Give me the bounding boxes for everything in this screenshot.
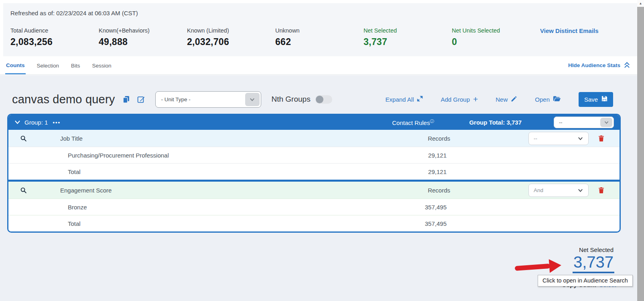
collapse-group-chevron-icon[interactable] (14, 119, 20, 126)
value-name: Bronze (8, 204, 398, 211)
query-toolbar: canvas demo query - Unit Type - Nth Grou… (0, 75, 637, 112)
total-count: 357,495 (398, 220, 447, 227)
stat-label: Net Units Selected (452, 27, 540, 34)
contact-rules-label: Contact Rules (392, 119, 430, 126)
toolbar-actions: Expand All Add Group + New Open (386, 92, 613, 107)
stat-label: Unknown (275, 27, 364, 34)
criteria-name: Job Title (60, 135, 402, 142)
chevron-down-icon (577, 135, 583, 141)
search-icon[interactable] (8, 135, 60, 142)
value-count: 29,121 (398, 152, 447, 159)
stat-label: Known(+Behaviors) (99, 27, 187, 34)
tab-selection[interactable]: Selection (36, 57, 60, 74)
open-query-link[interactable]: Open (535, 96, 561, 103)
criteria-operator-value: -- (534, 135, 537, 141)
tab-bar: Counts Selection Bits Session HIde Audie… (0, 56, 637, 75)
scrollbar-thumb[interactable] (637, 7, 644, 301)
stats-row: Total Audience 2,083,256 Known(+Behavior… (10, 27, 637, 47)
contact-rules-link[interactable]: Contact Rulesⓘ (392, 119, 434, 126)
view-distinct-emails-link[interactable]: View Distinct Emails (540, 27, 599, 34)
stat-value: 3,737 (364, 37, 452, 47)
stat-net-units-selected: Net Units Selected 0 (452, 27, 540, 47)
stat-value: 49,888 (99, 37, 187, 47)
stat-unknown: Unknown 662 (275, 27, 364, 47)
tab-bits[interactable]: Bits (70, 57, 81, 74)
criteria-value-row: Purchasing/Procurement Professional 29,1… (8, 147, 620, 163)
stat-value: 2,083,256 (10, 37, 99, 47)
stat-label: Total Audience (10, 27, 99, 34)
group-operator-select[interactable]: -- (554, 117, 614, 128)
folder-open-icon (553, 96, 561, 103)
criteria-block-engagement-score: Engagement Score Records And Bronze 357,… (8, 182, 620, 231)
stat-total-audience: Total Audience 2,083,256 (10, 27, 99, 47)
search-icon[interactable] (8, 187, 60, 194)
audience-stats-panel: Refreshed as of: 02/23/2024 at 06:03 AM … (3, 3, 637, 56)
criteria-operator-value: And (534, 187, 543, 193)
refreshed-timestamp: Refreshed as of: 02/23/2024 at 06:03 AM … (10, 10, 637, 16)
delete-criteria-icon[interactable] (597, 186, 606, 194)
criteria-total-row: Total 357,495 (8, 215, 620, 231)
expand-arrows-icon (417, 96, 423, 103)
edit-query-name-icon[interactable] (137, 96, 145, 103)
group-header: Group: 1 ••• Contact Rulesⓘ Group Total:… (8, 115, 620, 130)
stat-value: 0 (452, 37, 540, 47)
value-name: Purchasing/Procurement Professional (8, 152, 398, 159)
value-count: 357,495 (398, 204, 447, 211)
expand-all-link[interactable]: Expand All (386, 96, 423, 103)
records-column-label: Records (402, 135, 450, 142)
add-group-link[interactable]: Add Group + (441, 96, 478, 103)
save-button[interactable]: Save (579, 92, 613, 107)
stat-label: Known (Limited) (187, 27, 275, 34)
stat-value: 2,032,706 (187, 37, 275, 47)
info-icon: ⓘ (430, 119, 434, 123)
net-selected-link[interactable]: 3,737 (573, 253, 614, 273)
stat-view-distinct-emails: View Distinct Emails (540, 27, 628, 47)
nth-groups-label: Nth Groups (272, 95, 311, 104)
audience-query-app: Refreshed as of: 02/23/2024 at 06:03 AM … (0, 0, 644, 301)
total-name: Total (8, 168, 398, 175)
toggle-knob (316, 96, 323, 103)
criteria-total-row: Total 29,121 (8, 163, 620, 180)
unit-type-select[interactable]: - Unit Type - (155, 91, 261, 108)
group-total: Group Total: 3,737 (469, 119, 522, 126)
group-menu-icon[interactable]: ••• (53, 119, 61, 125)
unit-type-value: - Unit Type - (161, 96, 191, 102)
nth-groups-toggle[interactable] (315, 95, 332, 104)
stat-value: 662 (275, 37, 364, 47)
vertical-scrollbar[interactable]: ▲ (637, 0, 644, 301)
query-title: canvas demo query (12, 93, 115, 106)
stat-known-limited: Known (Limited) 2,032,706 (187, 27, 275, 47)
add-group-label: Add Group (441, 96, 470, 103)
chevron-down-icon (245, 93, 260, 106)
chevron-down-icon (600, 118, 612, 127)
new-query-link[interactable]: New (496, 96, 517, 103)
plus-icon: + (473, 96, 478, 102)
criteria-operator-select[interactable]: -- (528, 132, 589, 145)
group-operator-value: -- (559, 119, 563, 125)
criteria-block-job-title: Job Title Records -- Purchasing/Procurem… (8, 130, 620, 180)
criteria-value-row: Bronze 357,495 (8, 199, 620, 215)
hide-audience-stats-label: HIde Audience Stats (568, 62, 620, 68)
save-label: Save (584, 96, 598, 103)
pencil-icon (511, 96, 517, 103)
chevron-down-icon (577, 187, 583, 193)
group-title: Group: 1 (24, 119, 48, 126)
tab-counts[interactable]: Counts (5, 57, 26, 74)
expand-all-label: Expand All (386, 96, 414, 103)
criteria-operator-select[interactable]: And (528, 184, 589, 197)
net-selected-tooltip: Click to open in Audience Search (538, 275, 633, 287)
group-container: Group: 1 ••• Contact Rulesⓘ Group Total:… (7, 114, 621, 233)
total-name: Total (8, 220, 398, 227)
records-column-label: Records (402, 187, 450, 194)
new-label: New (496, 96, 508, 103)
copy-query-name-icon[interactable] (122, 96, 130, 103)
open-label: Open (535, 96, 550, 103)
tab-session[interactable]: Session (91, 57, 112, 74)
scrollbar-up-arrow-icon[interactable]: ▲ (637, 0, 644, 7)
stat-net-selected: Net Selected 3,737 (364, 27, 452, 47)
total-count: 29,121 (398, 168, 447, 175)
net-selected-label: Net Selected (579, 246, 614, 253)
hide-audience-stats-link[interactable]: HIde Audience Stats (568, 61, 631, 70)
criteria-header: Job Title Records -- (8, 130, 620, 147)
delete-criteria-icon[interactable] (597, 135, 606, 142)
